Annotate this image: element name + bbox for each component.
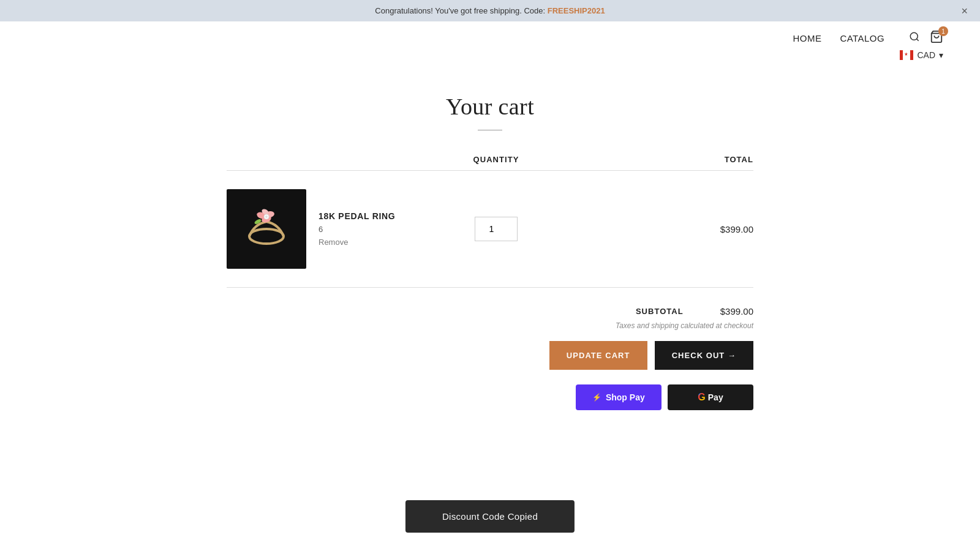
subtotal-amount: $399.00: [720, 306, 753, 317]
announcement-code: FREESHIP2021: [548, 6, 605, 15]
svg-rect-5: [910, 50, 913, 60]
remove-link[interactable]: Remove: [318, 238, 395, 247]
payment-buttons: ⚡ Shop Pay G Pay: [576, 384, 753, 410]
update-cart-button[interactable]: UPDATE CART: [549, 341, 647, 370]
subtotal-label: SUBTOTAL: [636, 307, 684, 316]
subtotal-row: SUBTOTAL $399.00: [636, 306, 753, 317]
main-content: Your cart QUANTITY TOTAL: [214, 69, 766, 435]
product-image: [227, 189, 306, 269]
cart-actions: UPDATE CART CHECK OUT →: [549, 341, 753, 370]
product-column-header: [227, 155, 435, 164]
product-info: 18K PEDAL RING 6 Remove: [227, 189, 435, 269]
table-row: 18K PEDAL RING 6 Remove $399.00: [227, 171, 753, 288]
header-icons: 1: [909, 30, 943, 47]
svg-rect-3: [900, 50, 903, 60]
google-g-icon: G: [698, 392, 705, 403]
announcement-text: Congratulations! You've got free shippin…: [375, 6, 547, 15]
discount-notification-text: Discount Code Copied: [442, 511, 538, 522]
product-details: 18K PEDAL RING 6 Remove: [318, 211, 395, 247]
currency-selector[interactable]: CAD ▾: [900, 50, 943, 60]
cart-table-header: QUANTITY TOTAL: [227, 155, 753, 171]
total-header: TOTAL: [655, 155, 753, 164]
google-pay-label: Pay: [708, 392, 723, 402]
announcement-close-button[interactable]: ×: [961, 4, 968, 17]
cart-footer: SUBTOTAL $399.00 Taxes and shipping calc…: [227, 288, 753, 410]
nav-home[interactable]: HOME: [793, 33, 822, 43]
nav-row: HOME CATALOG 1: [793, 30, 943, 47]
currency-row: CAD ▾: [900, 50, 943, 60]
announcement-bar: Congratulations! You've got free shippin…: [0, 0, 980, 21]
google-pay-button[interactable]: G Pay: [668, 384, 753, 410]
item-total: $399.00: [655, 224, 753, 234]
svg-point-7: [249, 229, 284, 244]
svg-line-1: [916, 39, 918, 40]
canada-flag-icon: [900, 50, 913, 60]
currency-code: CAD: [917, 50, 935, 60]
header: HOME CATALOG 1: [0, 21, 980, 69]
quantity-input[interactable]: [475, 217, 518, 241]
main-nav: HOME CATALOG: [793, 33, 884, 43]
search-icon: [909, 31, 920, 42]
nav-catalog[interactable]: CATALOG: [840, 33, 884, 43]
product-name: 18K PEDAL RING: [318, 211, 395, 221]
search-button[interactable]: [909, 31, 920, 45]
cart-badge: 1: [938, 26, 948, 36]
cart-button[interactable]: 1: [930, 30, 943, 47]
page-title: Your cart: [227, 93, 753, 120]
title-divider: [478, 130, 502, 130]
quantity-header: QUANTITY: [435, 155, 557, 164]
shop-pay-label: Shop Pay: [606, 392, 645, 402]
product-variant: 6: [318, 225, 395, 234]
svg-point-13: [265, 216, 268, 218]
header-right: HOME CATALOG 1: [793, 30, 943, 60]
shop-pay-button[interactable]: ⚡ Shop Pay: [576, 384, 662, 410]
currency-chevron: ▾: [939, 50, 943, 60]
ring-image: [236, 198, 297, 260]
quantity-cell: [435, 217, 557, 241]
discount-notification: Discount Code Copied: [405, 500, 575, 533]
svg-point-0: [910, 32, 918, 40]
shop-pay-icon: ⚡: [592, 393, 602, 402]
taxes-note: Taxes and shipping calculated at checkou…: [616, 321, 753, 330]
checkout-button[interactable]: CHECK OUT →: [655, 341, 753, 370]
